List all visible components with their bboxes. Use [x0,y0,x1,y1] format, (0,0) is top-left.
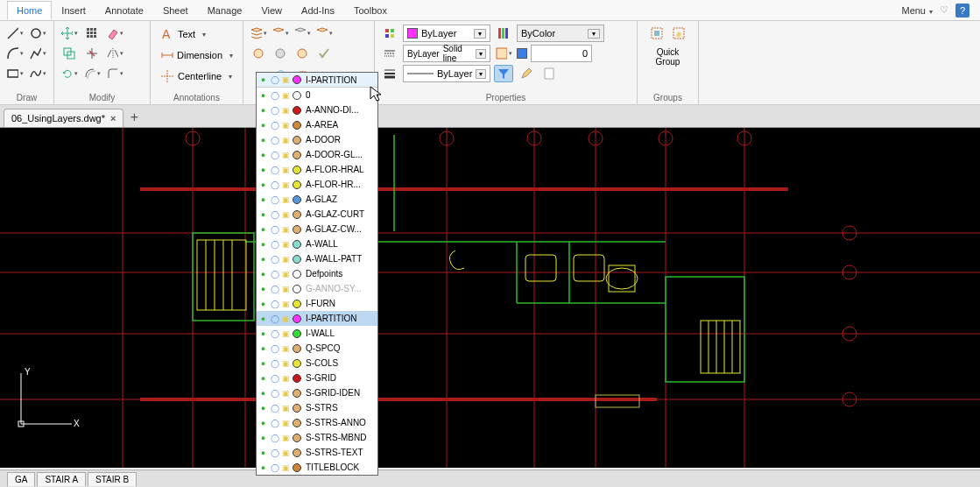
tab-addins[interactable]: Add-Ins [292,1,344,19]
visibility-icon[interactable]: ● [258,254,268,264]
thickness-input[interactable] [531,45,592,62]
erase-tool[interactable] [105,25,124,42]
lock-icon[interactable]: ▣ [281,239,291,249]
layer-walk-button[interactable] [314,25,334,42]
freeze-icon[interactable]: ◯ [270,328,279,338]
visibility-icon[interactable]: ● [258,105,268,115]
layer-manager-button[interactable] [249,25,268,42]
rect-tool[interactable] [5,65,25,82]
lock-icon[interactable]: ▣ [281,75,291,85]
visibility-icon[interactable]: ● [258,239,268,249]
layer-row[interactable]: ●◯▣S-STRS-TEXT [257,445,377,460]
tab-toolbox[interactable]: Toolbox [344,1,397,19]
layer-row[interactable]: ●◯▣0 [257,88,377,102]
linestyle-icon[interactable] [380,45,399,62]
freeze-icon[interactable]: ◯ [270,358,279,368]
layer-row[interactable]: ●◯▣I-PARTITION [257,311,377,326]
lock-icon[interactable]: ▣ [281,165,291,174]
freeze-icon[interactable]: ◯ [270,120,279,130]
layer-row[interactable]: ●◯▣A-WALL [257,236,377,251]
layer-row[interactable]: ●◯▣A-ANNO-DI... [257,102,377,117]
lock-icon[interactable]: ▣ [281,269,291,279]
visibility-icon[interactable]: ● [258,418,268,427]
lock-icon[interactable]: ▣ [281,209,291,219]
freeze-icon[interactable]: ◯ [270,75,279,85]
layer-row[interactable]: ●◯▣Defpoints [257,266,377,281]
document-tab[interactable]: 06_UsingLayers.dwg* × [4,109,123,127]
layer-row[interactable]: ●◯▣I-WALL [257,326,377,341]
polyline-tool[interactable] [28,45,47,62]
lock-icon[interactable]: ▣ [281,388,291,398]
layer-row[interactable]: ●◯▣A-DOOR [257,132,377,147]
lock-icon[interactable]: ▣ [281,403,291,413]
lock-icon[interactable]: ▣ [281,180,291,189]
text-button[interactable]: A Text [156,25,237,44]
freeze-icon[interactable]: ◯ [270,314,279,323]
doc-button[interactable] [539,65,559,82]
layer-states-button[interactable] [271,25,290,42]
freeze-icon[interactable]: ◯ [270,373,279,383]
layer-row[interactable]: ●◯▣S-COLS [257,356,377,371]
layer-row[interactable]: ●◯▣A-WALL-PATT [257,251,377,266]
layer-lock-button[interactable] [293,45,312,62]
layer-row[interactable]: ●◯▣I-PARTITION [257,73,377,88]
lock-icon[interactable]: ▣ [281,462,291,472]
visibility-icon[interactable]: ● [258,180,268,189]
entity-color-icon[interactable] [380,25,399,42]
fillet-tool[interactable] [105,65,124,82]
lock-icon[interactable]: ▣ [281,343,291,353]
layer-row[interactable]: ●◯▣S-STRS-MBND [257,430,377,445]
help-icon[interactable]: ? [955,4,969,18]
visibility-icon[interactable]: ● [258,224,268,234]
freeze-icon[interactable]: ◯ [270,343,279,353]
freeze-icon[interactable]: ◯ [270,403,279,413]
sheet-tab-stair-b[interactable]: STAIR B [88,472,137,486]
layer-row[interactable]: ●◯▣S-GRID [257,371,377,385]
freeze-icon[interactable]: ◯ [270,90,279,100]
tab-insert[interactable]: Insert [52,1,95,19]
tab-annotate[interactable]: Annotate [95,1,153,19]
visibility-icon[interactable]: ● [258,75,268,85]
edit-button[interactable] [517,65,536,82]
layer-dropdown-list[interactable]: ●◯▣I-PARTITION●◯▣0●◯▣A-ANNO-DI...●◯▣A-AR… [256,72,378,476]
trim-tool[interactable] [82,45,102,62]
lock-icon[interactable]: ▣ [281,284,291,293]
freeze-icon[interactable]: ◯ [270,165,279,174]
layer-row[interactable]: ●◯▣TITLEBLOCK [257,460,377,475]
layer-row[interactable]: ●◯▣A-FLOR-HRAL [257,162,377,177]
visibility-icon[interactable]: ● [258,448,268,457]
array-tool[interactable] [82,25,102,42]
freeze-icon[interactable]: ◯ [270,194,279,204]
layer-iso-button[interactable] [293,25,312,42]
freeze-icon[interactable]: ◯ [270,418,279,427]
dimension-button[interactable]: Dimension [156,46,237,65]
lock-icon[interactable]: ▣ [281,328,291,338]
lock-icon[interactable]: ▣ [281,314,291,323]
layer-row[interactable]: ●◯▣A-GLAZ-CW... [257,222,377,236]
visibility-icon[interactable]: ● [258,388,268,398]
visibility-icon[interactable]: ● [258,403,268,413]
lineweight-icon[interactable] [380,65,399,82]
visibility-icon[interactable]: ● [258,194,268,204]
menu-button[interactable]: Menu [901,5,933,16]
visibility-icon[interactable]: ● [258,373,268,383]
layer-row[interactable]: ●◯▣S-GRID-IDEN [257,385,377,400]
offset-tool[interactable] [82,65,102,82]
lock-icon[interactable]: ▣ [281,254,291,264]
layer-row[interactable]: ●◯▣A-DOOR-GL... [257,147,377,162]
freeze-icon[interactable]: ◯ [270,180,279,189]
visibility-icon[interactable]: ● [258,120,268,130]
freeze-icon[interactable]: ◯ [270,209,279,219]
visibility-icon[interactable]: ● [258,433,268,442]
tab-view[interactable]: View [251,1,292,19]
visibility-icon[interactable]: ● [258,135,268,145]
layer-row[interactable]: ●◯▣G-ANNO-SY... [257,281,377,296]
freeze-icon[interactable]: ◯ [270,150,279,159]
spline-tool[interactable] [28,65,47,82]
circle-tool[interactable] [28,25,47,42]
visibility-icon[interactable]: ● [258,328,268,338]
tab-sheet[interactable]: Sheet [153,1,198,19]
visibility-icon[interactable]: ● [258,358,268,368]
lock-icon[interactable]: ▣ [281,373,291,383]
arc-tool[interactable] [5,45,25,62]
